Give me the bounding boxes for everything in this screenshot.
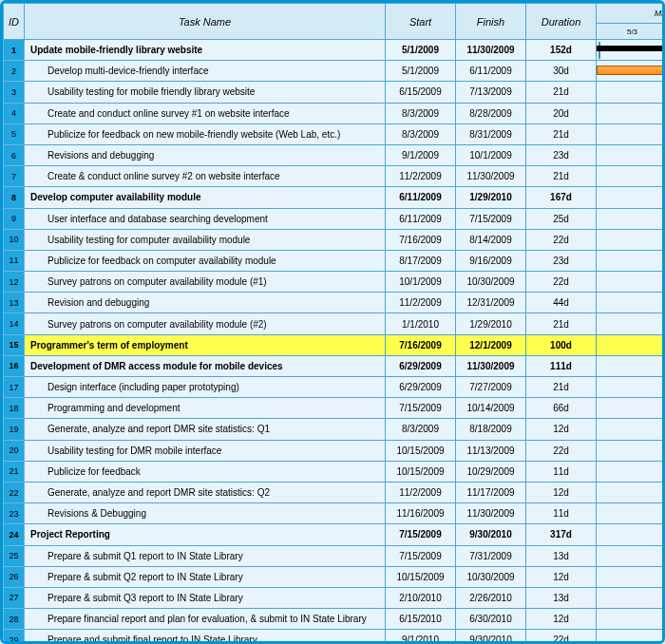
task-name-cell[interactable]: Develop computer availability module <box>25 187 386 208</box>
row-id-cell[interactable]: 12 <box>4 272 25 293</box>
task-name-cell[interactable]: Create and conduct online survey #1 on w… <box>25 103 386 123</box>
task-name-cell[interactable]: Development of DMR access module for mob… <box>25 355 386 376</box>
table-row[interactable]: 29Prepare and submit final report to IN … <box>4 630 666 644</box>
row-id-cell[interactable]: 11 <box>4 250 25 271</box>
task-name-cell[interactable]: Usability testing for mobile friendly li… <box>25 82 386 103</box>
header-id[interactable]: ID <box>4 4 25 40</box>
table-row[interactable]: 21Publicize for feedback10/15/200910/29/… <box>4 461 666 482</box>
row-id-cell[interactable]: 16 <box>4 355 25 376</box>
table-row[interactable]: 15Programmer's term of employment7/16/20… <box>4 334 666 355</box>
row-id-cell[interactable]: 1 <box>4 40 25 61</box>
task-name-cell[interactable]: Publicize for feedback <box>25 461 386 482</box>
row-id-cell[interactable]: 5 <box>4 123 25 144</box>
row-id-cell[interactable]: 10 <box>4 229 25 250</box>
table-row[interactable]: 23Revisions & Debugging11/16/200911/30/2… <box>4 503 666 524</box>
task-name-cell[interactable]: Generate, analyze and report DMR site st… <box>25 482 386 502</box>
table-row[interactable]: 11Publicize for feedback on computer ava… <box>4 250 666 271</box>
duration-cell: 12d <box>526 482 597 502</box>
table-row[interactable]: 24Project Reporting7/15/20099/30/2010317… <box>4 524 666 545</box>
table-row[interactable]: 12Survey patrons on computer availabilit… <box>4 272 666 293</box>
task-name-cell[interactable]: Develop multi-device-friendly interface <box>25 61 386 82</box>
task-name-cell[interactable]: Publicize for feedback on computer avail… <box>25 250 386 271</box>
task-name-cell[interactable]: Revisions & Debugging <box>25 503 386 524</box>
row-id-cell[interactable]: 27 <box>4 587 25 608</box>
header-duration[interactable]: Duration <box>526 4 597 40</box>
row-id-cell[interactable]: 23 <box>4 503 25 524</box>
row-id-cell[interactable]: 9 <box>4 208 25 229</box>
gantt-cell <box>597 166 666 187</box>
table-row[interactable]: 9User interface and database searching d… <box>4 208 666 229</box>
task-name-cell[interactable]: Design interface (including paper protot… <box>25 377 386 398</box>
task-name-cell[interactable]: Create & conduct online survey #2 on web… <box>25 166 386 187</box>
row-id-cell[interactable]: 24 <box>4 524 25 545</box>
task-name-cell[interactable]: Revisions and debugging <box>25 144 386 165</box>
row-id-cell[interactable]: 3 <box>4 82 25 103</box>
task-name-cell[interactable]: Prepare & submit Q1 report to IN State L… <box>25 545 386 566</box>
table-row[interactable]: 17Design interface (including paper prot… <box>4 377 666 398</box>
row-id-cell[interactable]: 22 <box>4 482 25 502</box>
row-id-cell[interactable]: 8 <box>4 187 25 208</box>
table-row[interactable]: 1Update mobile-friendly library website5… <box>4 40 666 61</box>
row-id-cell[interactable]: 14 <box>4 313 25 334</box>
table-row[interactable]: 8Develop computer availability module6/1… <box>4 187 666 208</box>
task-name-cell[interactable]: Update mobile-friendly library website <box>25 40 386 61</box>
task-name-cell[interactable]: Publicize for feedback on new mobile-fri… <box>25 123 386 144</box>
task-name-cell[interactable]: Programming and development <box>25 398 386 419</box>
table-row[interactable]: 14Survey patrons on computer availabilit… <box>4 313 666 334</box>
table-row[interactable]: 22Generate, analyze and report DMR site … <box>4 482 666 502</box>
table-row[interactable]: 28Prepare financial report and plan for … <box>4 609 666 630</box>
row-id-cell[interactable]: 20 <box>4 440 25 461</box>
table-row[interactable]: 2Develop multi-device-friendly interface… <box>4 61 666 82</box>
task-name-cell[interactable]: Usability testing for computer availabil… <box>25 229 386 250</box>
start-cell: 10/15/2009 <box>386 461 456 482</box>
header-task-name[interactable]: Task Name <box>25 4 386 40</box>
table-row[interactable]: 10Usability testing for computer availab… <box>4 229 666 250</box>
header-start[interactable]: Start <box>386 4 456 40</box>
task-name-cell[interactable]: Prepare & submit Q2 report to IN State L… <box>25 566 386 587</box>
table-row[interactable]: 3Usability testing for mobile friendly l… <box>4 82 666 103</box>
table-row[interactable]: 16Development of DMR access module for m… <box>4 355 666 376</box>
gantt-cell <box>597 272 666 293</box>
table-row[interactable]: 27Prepare & submit Q3 report to IN State… <box>4 587 666 608</box>
row-id-cell[interactable]: 18 <box>4 398 25 419</box>
table-row[interactable]: 26Prepare & submit Q2 report to IN State… <box>4 566 666 587</box>
task-name-cell[interactable]: Project Reporting <box>25 524 386 545</box>
header-gantt-month[interactable]: May 20 <box>597 4 666 24</box>
task-name-cell[interactable]: Prepare & submit Q3 report to IN State L… <box>25 587 386 608</box>
gantt-cell <box>597 250 666 271</box>
table-row[interactable]: 20Usability testing for DMR mobile inter… <box>4 440 666 461</box>
table-row[interactable]: 6Revisions and debugging9/1/200910/1/200… <box>4 144 666 165</box>
row-id-cell[interactable]: 15 <box>4 334 25 355</box>
row-id-cell[interactable]: 25 <box>4 545 25 566</box>
row-id-cell[interactable]: 4 <box>4 103 25 123</box>
row-id-cell[interactable]: 6 <box>4 144 25 165</box>
task-name-cell[interactable]: User interface and database searching de… <box>25 208 386 229</box>
table-row[interactable]: 18Programming and development7/15/200910… <box>4 398 666 419</box>
table-row[interactable]: 4Create and conduct online survey #1 on … <box>4 103 666 123</box>
row-id-cell[interactable]: 2 <box>4 61 25 82</box>
table-row[interactable]: 7Create & conduct online survey #2 on we… <box>4 166 666 187</box>
row-id-cell[interactable]: 7 <box>4 166 25 187</box>
task-name-cell[interactable]: Prepare and submit final report to IN St… <box>25 630 386 644</box>
task-name-cell[interactable]: Generate, analyze and report DMR site st… <box>25 419 386 440</box>
row-id-cell[interactable]: 19 <box>4 419 25 440</box>
row-id-cell[interactable]: 26 <box>4 566 25 587</box>
table-row[interactable]: 13Revision and debugging11/2/200912/31/2… <box>4 293 666 313</box>
task-name-cell[interactable]: Survey patrons on computer availability … <box>25 313 386 334</box>
header-finish[interactable]: Finish <box>456 4 526 40</box>
finish-cell: 6/11/2009 <box>456 61 526 82</box>
task-name-cell[interactable]: Programmer's term of employment <box>25 334 386 355</box>
task-name-cell[interactable]: Prepare financial report and plan for ev… <box>25 609 386 630</box>
row-id-cell[interactable]: 13 <box>4 293 25 313</box>
table-row[interactable]: 19Generate, analyze and report DMR site … <box>4 419 666 440</box>
row-id-cell[interactable]: 28 <box>4 609 25 630</box>
header-gantt-sub1[interactable]: 5/3 <box>597 24 666 40</box>
row-id-cell[interactable]: 29 <box>4 630 25 644</box>
task-name-cell[interactable]: Survey patrons on computer availability … <box>25 272 386 293</box>
task-name-cell[interactable]: Usability testing for DMR mobile interfa… <box>25 440 386 461</box>
table-row[interactable]: 25Prepare & submit Q1 report to IN State… <box>4 545 666 566</box>
table-row[interactable]: 5Publicize for feedback on new mobile-fr… <box>4 123 666 144</box>
row-id-cell[interactable]: 17 <box>4 377 25 398</box>
row-id-cell[interactable]: 21 <box>4 461 25 482</box>
task-name-cell[interactable]: Revision and debugging <box>25 293 386 313</box>
